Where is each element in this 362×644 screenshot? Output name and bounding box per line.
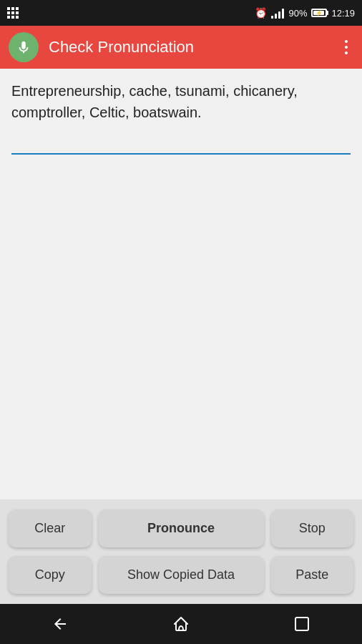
content-area: Entrepreneurship, cache, tsunami, chican…	[0, 69, 362, 499]
more-options-button[interactable]	[339, 34, 353, 60]
status-bar: ⏰ 90% ⚡ 12:19	[0, 0, 362, 26]
battery-icon: ⚡	[311, 9, 327, 17]
text-input[interactable]	[11, 129, 351, 155]
home-button[interactable]	[158, 608, 204, 640]
status-left-icons	[7, 7, 19, 19]
home-icon	[172, 615, 190, 633]
mic-button[interactable]	[9, 32, 39, 62]
pronounce-button[interactable]: Pronounce	[99, 509, 264, 547]
text-display: Entrepreneurship, cache, tsunami, chican…	[11, 80, 351, 123]
toolbar: Check Pronunciation	[0, 26, 362, 69]
nav-bar	[0, 604, 362, 644]
signal-indicator	[271, 7, 284, 19]
copy-button[interactable]: Copy	[9, 556, 92, 594]
button-area: Clear Pronounce Stop Copy Show Copied Da…	[0, 499, 362, 604]
svg-rect-0	[295, 618, 308, 630]
back-icon	[52, 615, 69, 633]
grid-icon	[7, 7, 19, 19]
recents-button[interactable]	[279, 608, 325, 640]
recents-icon	[293, 615, 310, 633]
paste-button[interactable]: Paste	[271, 556, 354, 594]
alarm-icon: ⏰	[255, 7, 267, 19]
back-button[interactable]	[37, 608, 83, 640]
button-row-2: Copy Show Copied Data Paste	[9, 556, 353, 594]
app-title: Check Pronunciation	[49, 38, 339, 57]
stop-button[interactable]: Stop	[271, 509, 354, 547]
button-row-1: Clear Pronounce Stop	[9, 509, 353, 547]
microphone-icon	[16, 39, 31, 55]
show-copied-button[interactable]: Show Copied Data	[99, 556, 264, 594]
battery-percent: 90%	[288, 8, 307, 19]
status-right-info: ⏰ 90% ⚡ 12:19	[255, 7, 355, 19]
clear-button[interactable]: Clear	[9, 509, 92, 547]
time-display: 12:19	[331, 8, 355, 19]
